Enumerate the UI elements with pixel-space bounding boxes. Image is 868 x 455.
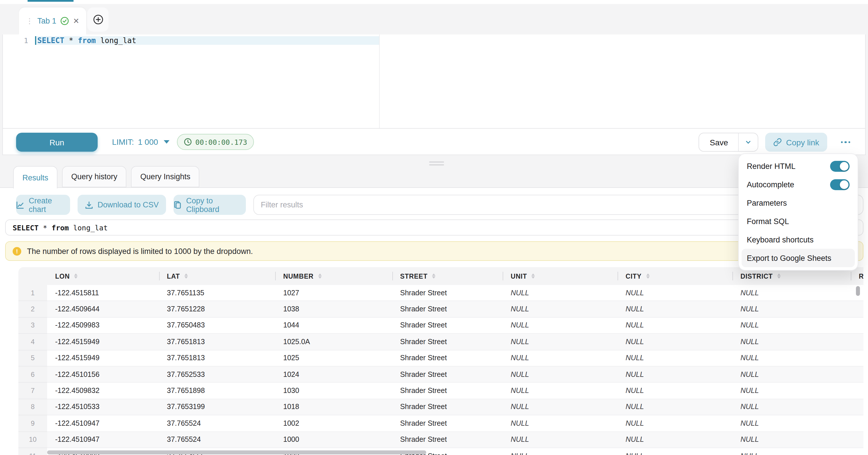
cell-district[interactable]: NULL [733,448,851,455]
column-header-street[interactable]: STREET [392,267,503,285]
cell-city[interactable]: NULL [618,301,733,318]
cell-number[interactable]: 1038 [275,301,392,318]
cell-lat[interactable]: 37.7651228 [159,301,275,318]
cell-number[interactable]: 1044 [275,318,392,334]
cell-lat[interactable]: 37.7651898 [159,383,275,399]
cell-lon[interactable]: -122.4509983 [47,318,159,334]
cell-lat[interactable]: 37.765524 [159,432,275,448]
vertical-scrollbar-thumb[interactable] [856,286,860,296]
cell-street[interactable]: Shrader Street [392,318,503,334]
cell-city[interactable]: NULL [618,350,733,367]
cell-street[interactable]: Shrader Street [392,334,503,350]
sort-icon[interactable] [777,273,781,279]
cell-city[interactable]: NULL [618,367,733,383]
tab-query-history[interactable]: Query history [62,166,127,187]
cell-lat[interactable]: 37.7650483 [159,318,275,334]
cell-street[interactable]: Shrader Street [392,285,503,301]
cell-unit[interactable]: NULL [503,383,618,399]
table-row[interactable]: 8-122.451053337.76531991018Shrader Stree… [19,399,863,415]
table-row[interactable]: 9-122.451094737.7655241002Shrader Street… [19,415,863,432]
cell-street[interactable]: Shrader Street [392,415,503,432]
menu-item-autocomplete[interactable]: Autocomplete [739,175,858,193]
tab-results[interactable]: Results [13,166,57,188]
cell-lon[interactable]: -122.4509832 [47,383,159,399]
cell-number[interactable]: 1030 [275,383,392,399]
column-header-lon[interactable]: LON [47,267,159,285]
cell-unit[interactable]: NULL [503,350,618,367]
sort-icon[interactable] [184,273,188,279]
cell-city[interactable]: NULL [618,318,733,334]
table-row[interactable]: 4-122.451594937.76518131025.0AShrader St… [19,334,863,350]
cell-lon[interactable]: -122.4510947 [47,432,159,448]
cell-district[interactable]: NULL [733,367,851,383]
cell-re[interactable] [851,415,863,432]
cell-lon[interactable]: -122.4509644 [47,301,159,318]
cell-re[interactable] [851,334,863,350]
table-row[interactable]: 2-122.450964437.76512281038Shrader Stree… [19,301,863,318]
column-header-unit[interactable]: UNIT [503,267,618,285]
cell-re[interactable] [851,301,863,318]
cell-city[interactable]: NULL [618,399,733,415]
cell-district[interactable]: NULL [733,432,851,448]
cell-lat[interactable]: 37.7651813 [159,334,275,350]
cell-number[interactable]: 1025 [275,350,392,367]
cell-city[interactable]: NULL [618,432,733,448]
cell-unit[interactable]: NULL [503,334,618,350]
cell-district[interactable]: NULL [733,285,851,301]
menu-item-format-sql[interactable]: Format SQL [739,212,858,231]
cell-unit[interactable]: NULL [503,301,618,318]
column-header-number[interactable]: NUMBER [275,267,392,285]
cell-lat[interactable]: 37.7651135 [159,285,275,301]
cell-street[interactable]: Shrader Street [392,350,503,367]
panel-resize-handle[interactable] [429,161,444,167]
cell-re[interactable] [851,350,863,367]
run-button[interactable]: Run [16,133,98,152]
cell-district[interactable]: NULL [733,301,851,318]
create-chart-button[interactable]: Create chart [16,195,70,215]
cell-re[interactable] [851,383,863,399]
cell-number[interactable]: 1018 [275,399,392,415]
cell-lat[interactable]: 37.7651813 [159,350,275,367]
cell-number[interactable]: 1025.0A [275,334,392,350]
table-row[interactable]: 7-122.450983237.76518981030Shrader Stree… [19,383,863,399]
cell-city[interactable]: NULL [618,383,733,399]
cell-city[interactable]: NULL [618,285,733,301]
cell-unit[interactable]: NULL [503,432,618,448]
save-button[interactable]: Save [700,133,739,151]
cell-lon[interactable]: -122.4515949 [47,350,159,367]
cell-lon[interactable]: -122.4515949 [47,334,159,350]
table-row[interactable]: 5-122.451594937.76518131025Shrader Stree… [19,350,863,367]
cell-unit[interactable]: NULL [503,415,618,432]
cell-re[interactable] [851,399,863,415]
menu-item-export-to-google-sheets[interactable]: Export to Google Sheets [742,249,855,267]
cell-district[interactable]: NULL [733,334,851,350]
cell-lat[interactable]: 37.7653199 [159,399,275,415]
cell-unit[interactable]: NULL [503,399,618,415]
more-options-button[interactable] [834,133,857,152]
cell-unit[interactable]: NULL [503,318,618,334]
table-row[interactable]: 1-122.451581137.76511351027Shrader Stree… [19,285,863,301]
cell-city[interactable]: NULL [618,448,733,455]
cell-unit[interactable]: NULL [503,367,618,383]
toggle-render-html-on[interactable] [830,160,849,172]
table-row[interactable]: 3-122.450998337.76504831044Shrader Stree… [19,318,863,334]
table-row[interactable]: 10-122.451094737.7655241000Shrader Stree… [19,432,863,448]
cell-city[interactable]: NULL [618,415,733,432]
toggle-autocomplete-on[interactable] [830,179,849,190]
limit-dropdown[interactable]: LIMIT: 1 000 [112,129,169,155]
sort-icon[interactable] [74,273,78,279]
cell-number[interactable]: 1000 [275,432,392,448]
cell-re[interactable] [851,367,863,383]
cell-street[interactable]: Shrader Street [392,383,503,399]
cell-lat[interactable]: 37.765524 [159,415,275,432]
cell-district[interactable]: NULL [733,350,851,367]
close-tab-icon[interactable]: ✕ [73,17,79,25]
menu-item-keyboard-shortcuts[interactable]: Keyboard shortcuts [739,231,858,249]
query-tab[interactable]: ⋮ Tab 1 ✕ [19,7,86,34]
cell-re[interactable] [851,448,863,455]
column-header-lat[interactable]: LAT [159,267,275,285]
tab-query-insights[interactable]: Query Insights [131,166,199,187]
cell-re[interactable] [851,432,863,448]
horizontal-scrollbar-thumb[interactable] [47,450,426,454]
copy-link-button[interactable]: Copy link [766,133,827,152]
